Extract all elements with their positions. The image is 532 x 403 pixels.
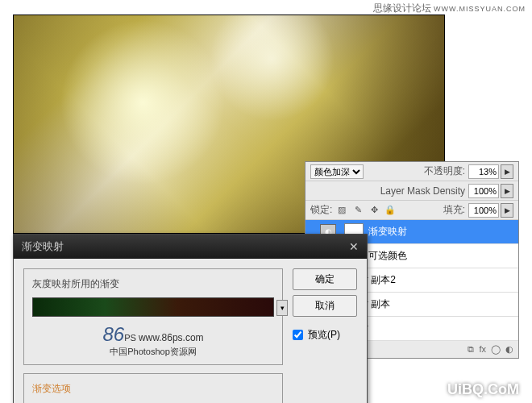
gradient-map-dialog: 渐变映射 ✕ 灰度映射所用的渐变 ▾ 86PS www.86ps.com 中国P… <box>13 234 368 403</box>
gradient-dropdown-icon[interactable]: ▾ <box>276 300 288 316</box>
opacity-input[interactable] <box>468 164 499 179</box>
dialog-title-text: 渐变映射 <box>22 239 64 254</box>
close-icon[interactable]: ✕ <box>349 240 359 253</box>
preview-checkbox[interactable] <box>293 330 303 340</box>
link-layers-icon[interactable]: ⧉ <box>468 344 474 355</box>
ok-button[interactable]: 确定 <box>293 268 357 290</box>
watermark-86ps: 86PS www.86ps.com 中国Photoshop资源网 <box>32 323 274 358</box>
watermark-bottom: UiBQ.CoM <box>447 381 519 398</box>
preview-checkbox-row[interactable]: 预览(P) <box>293 328 357 342</box>
mask-density-label: Layer Mask Density <box>380 185 465 197</box>
layer-name: 可选颜色 <box>368 249 407 263</box>
dialog-titlebar[interactable]: 渐变映射 ✕ <box>14 235 367 259</box>
gradient-picker[interactable]: ▾ <box>32 297 274 317</box>
opacity-label: 不透明度: <box>424 164 465 178</box>
gradient-fieldset: 灰度映射所用的渐变 ▾ 86PS www.86ps.com 中国Photosho… <box>23 268 283 365</box>
watermark-top: 思缘设计论坛 WWW.MISSYUAN.COM <box>373 2 526 15</box>
lock-move-icon[interactable]: ✥ <box>368 205 380 215</box>
mask-density-input[interactable] <box>468 184 499 198</box>
options-fieldset: 渐变选项 仿色(D) 反向(R) <box>23 373 283 403</box>
adjustment-new-icon[interactable]: ◐ <box>505 344 513 355</box>
options-section-label: 渐变选项 <box>32 382 274 396</box>
cancel-button[interactable]: 取消 <box>293 295 357 317</box>
fill-arrow[interactable]: ▶ <box>501 203 513 218</box>
blend-mode-select[interactable]: 颜色加深 <box>310 164 364 179</box>
mask-arrow[interactable]: ▶ <box>501 184 513 198</box>
opacity-arrow[interactable]: ▶ <box>501 164 513 179</box>
fx-icon[interactable]: fx <box>479 344 486 355</box>
preview-label: 预览(P) <box>308 328 340 342</box>
lock-brush-icon[interactable]: ✎ <box>351 205 364 215</box>
lock-label: 锁定: <box>310 203 332 217</box>
lock-pixels-icon[interactable]: ▨ <box>335 205 348 215</box>
lock-all-icon[interactable]: 🔒 <box>384 205 397 215</box>
fill-input[interactable] <box>468 203 499 218</box>
gradient-section-label: 灰度映射所用的渐变 <box>32 277 274 291</box>
mask-icon[interactable]: ◯ <box>491 344 501 355</box>
layer-name: 渐变映射 <box>368 225 407 239</box>
fill-label: 填充: <box>443 203 465 217</box>
